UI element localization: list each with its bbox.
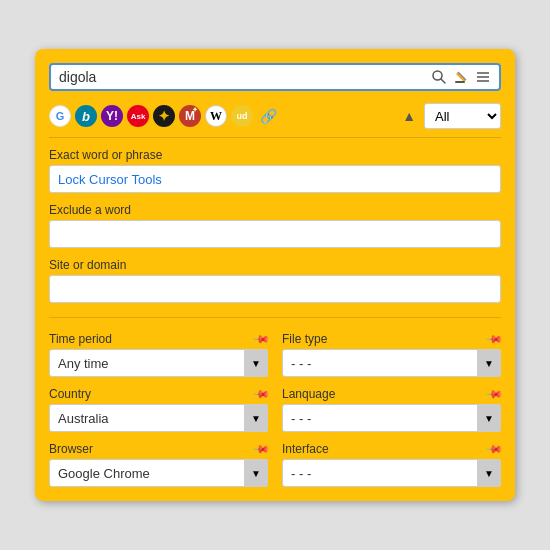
row-country-language: Country 📌 Australia United States United… — [49, 387, 501, 432]
exclude-word-input[interactable] — [49, 220, 501, 248]
file-type-label: File type — [282, 332, 327, 346]
language-label: Lanquage — [282, 387, 335, 401]
browser-label-row: Browser 📌 — [49, 442, 268, 456]
exact-phrase-label: Exact word or phrase — [49, 148, 501, 162]
browser-col: Browser 📌 Google Chrome Firefox Safari E… — [49, 442, 268, 487]
engine-yahoo[interactable]: Y! — [101, 105, 123, 127]
engine-bing[interactable]: b — [75, 105, 97, 127]
site-domain-group: Site or domain — [49, 258, 501, 303]
time-period-select-wrapper: Any time Past 24 hours Past week Past mo… — [49, 349, 268, 377]
time-period-label-row: Time period 📌 — [49, 332, 268, 346]
row-time-filetype: Time period 📌 Any time Past 24 hours Pas… — [49, 332, 501, 377]
interface-select[interactable]: - - - Desktop Mobile — [282, 459, 501, 487]
time-period-col: Time period 📌 Any time Past 24 hours Pas… — [49, 332, 268, 377]
menu-icon[interactable] — [475, 69, 491, 85]
file-type-label-row: File type 📌 — [282, 332, 501, 346]
language-pin-icon: 📌 — [484, 384, 503, 403]
file-type-select[interactable]: - - - PDF DOC — [282, 349, 501, 377]
divider — [49, 317, 501, 318]
engine-row: G b Y! Ask ✦ ✦M W ud 🔗 ▲ All Images Vide… — [49, 99, 501, 138]
language-select[interactable]: - - - English Spanish — [282, 404, 501, 432]
site-domain-label: Site or domain — [49, 258, 501, 272]
svg-rect-2 — [455, 81, 465, 83]
interface-select-wrapper: - - - Desktop Mobile ▼ — [282, 459, 501, 487]
site-domain-input[interactable] — [49, 275, 501, 303]
all-dropdown[interactable]: All Images Videos News — [424, 103, 501, 129]
country-label: Country — [49, 387, 91, 401]
file-type-pin-icon: 📌 — [484, 329, 503, 348]
exclude-word-label: Exclude a word — [49, 203, 501, 217]
search-icon[interactable] — [431, 69, 447, 85]
interface-label-row: Interface 📌 — [282, 442, 501, 456]
file-type-select-wrapper: - - - PDF DOC ▼ — [282, 349, 501, 377]
time-period-select[interactable]: Any time Past 24 hours Past week Past mo… — [49, 349, 268, 377]
interface-col: Interface 📌 - - - Desktop Mobile ▼ — [282, 442, 501, 487]
row-browser-interface: Browser 📌 Google Chrome Firefox Safari E… — [49, 442, 501, 487]
engine-mojeek[interactable]: ✦M — [179, 105, 201, 127]
engine-wikipedia[interactable]: W — [205, 105, 227, 127]
browser-pin-icon: 📌 — [251, 439, 270, 458]
country-col: Country 📌 Australia United States United… — [49, 387, 268, 432]
file-type-col: File type 📌 - - - PDF DOC ▼ — [282, 332, 501, 377]
exclude-word-group: Exclude a word — [49, 203, 501, 248]
language-select-wrapper: - - - English Spanish ▼ — [282, 404, 501, 432]
country-pin-icon: 📌 — [251, 384, 270, 403]
clear-icon[interactable] — [453, 69, 469, 85]
exact-phrase-input[interactable] — [49, 165, 501, 193]
language-label-row: Lanquage 📌 — [282, 387, 501, 401]
all-dropdown-wrapper: All Images Videos News — [424, 103, 501, 129]
country-select-wrapper: Australia United States United Kingdom ▼ — [49, 404, 268, 432]
engine-urban-dict[interactable]: ud — [231, 105, 253, 127]
search-bar — [49, 63, 501, 91]
language-col: Lanquage 📌 - - - English Spanish ▼ — [282, 387, 501, 432]
browser-label: Browser — [49, 442, 93, 456]
search-input[interactable] — [59, 69, 425, 85]
country-select[interactable]: Australia United States United Kingdom — [49, 404, 268, 432]
engine-link[interactable]: 🔗 — [257, 105, 279, 127]
svg-line-1 — [441, 79, 445, 83]
engine-majestic[interactable]: ✦ — [153, 105, 175, 127]
search-bar-icons — [431, 69, 491, 85]
engine-ask[interactable]: Ask — [127, 105, 149, 127]
time-period-label: Time period — [49, 332, 112, 346]
exact-phrase-group: Exact word or phrase — [49, 148, 501, 193]
main-panel: G b Y! Ask ✦ ✦M W ud 🔗 ▲ All Images Vide… — [35, 49, 515, 501]
country-label-row: Country 📌 — [49, 387, 268, 401]
time-period-pin-icon: 📌 — [251, 329, 270, 348]
chevron-up-button[interactable]: ▲ — [398, 108, 420, 124]
form-section: Exact word or phrase Exclude a word Site… — [49, 148, 501, 487]
browser-select[interactable]: Google Chrome Firefox Safari Edge — [49, 459, 268, 487]
interface-label: Interface — [282, 442, 329, 456]
browser-select-wrapper: Google Chrome Firefox Safari Edge ▼ — [49, 459, 268, 487]
engine-google[interactable]: G — [49, 105, 71, 127]
interface-pin-icon: 📌 — [484, 439, 503, 458]
